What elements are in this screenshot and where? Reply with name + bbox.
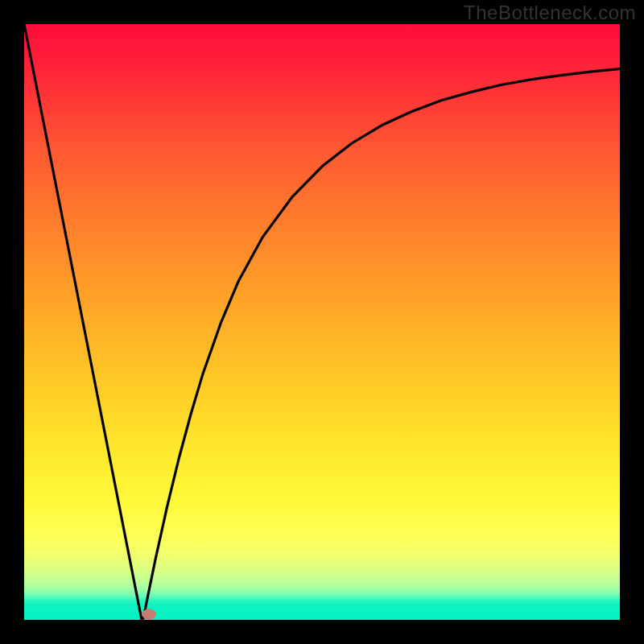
curve-svg	[24, 24, 620, 620]
optimum-marker	[142, 609, 156, 619]
plot-area	[24, 24, 620, 620]
bottleneck-curve	[24, 24, 620, 620]
chart-frame: TheBottleneck.com	[0, 0, 644, 644]
watermark-text: TheBottleneck.com	[464, 2, 636, 24]
